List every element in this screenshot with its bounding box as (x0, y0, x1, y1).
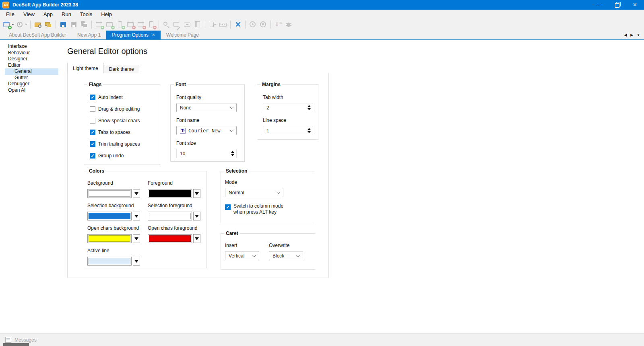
tree-item-behaviour[interactable]: Behaviour (5, 50, 58, 56)
tree-item-interface[interactable]: Interface (5, 43, 58, 50)
color-dropdown-button[interactable] (193, 189, 200, 198)
run-app-button[interactable] (248, 19, 258, 30)
remove-window-button[interactable]: − (125, 19, 136, 30)
font-quality-select[interactable]: None (176, 103, 237, 112)
caret-insert-field: Insert Vertical (225, 243, 259, 269)
tab-scroll-left-button[interactable]: ◀ (624, 33, 627, 37)
tab-welcome-page[interactable]: Welcome Page (161, 31, 204, 39)
checkbox-unchecked-icon[interactable] (90, 118, 95, 124)
toolbar-separator (30, 21, 31, 29)
color-swatch[interactable] (87, 212, 132, 220)
new-app-button[interactable]: + (2, 19, 15, 30)
clock-icon (16, 21, 24, 29)
color-swatch[interactable] (87, 189, 132, 198)
spin-down-icon[interactable] (308, 131, 311, 133)
menu-view[interactable]: View (19, 10, 39, 18)
color-swatch[interactable] (87, 257, 132, 266)
tree-item-designer[interactable]: Designer (5, 56, 58, 62)
tree-item-gutter[interactable]: Gutter (5, 75, 58, 81)
color-swatch[interactable] (87, 234, 132, 243)
search-button[interactable] (161, 19, 171, 30)
color-swatch-fill (149, 190, 191, 197)
selection-mode-select[interactable]: Normal (225, 188, 283, 197)
menu-run[interactable]: Run (57, 10, 76, 18)
spin-up-icon[interactable] (308, 128, 311, 130)
tab-list-button[interactable]: ▼ (637, 33, 640, 37)
tree-item-editor[interactable]: Editor (5, 62, 58, 69)
edit-form-button[interactable] (171, 19, 182, 30)
color-swatch[interactable] (148, 189, 192, 198)
color-swatch[interactable] (148, 234, 192, 243)
debug-app-button[interactable] (283, 19, 294, 30)
checkbox-unchecked-icon[interactable] (90, 106, 95, 112)
color-swatch-fill (149, 213, 191, 219)
spin-up-icon[interactable] (231, 151, 234, 153)
checkbox-checked-icon[interactable]: ✓ (90, 130, 95, 135)
checkbox-checked-icon[interactable]: ✓ (90, 141, 95, 147)
checkbox-checked-icon[interactable]: ✓ (90, 95, 95, 100)
stop-app-button[interactable] (258, 19, 268, 30)
compile-app-button[interactable] (273, 19, 283, 30)
spin-down-icon[interactable] (308, 108, 311, 110)
menu-help[interactable]: Help (97, 10, 116, 18)
line-space-value: 1 (266, 128, 269, 134)
archive-button[interactable] (182, 19, 192, 30)
spin-down-icon[interactable] (231, 154, 234, 156)
tab-width-input[interactable]: 2 (263, 103, 313, 112)
color-field-label: Active line (87, 248, 148, 253)
help-book-button[interactable] (192, 19, 203, 30)
menu-app[interactable]: App (39, 10, 57, 18)
export-icon (208, 21, 217, 29)
color-dropdown-button[interactable] (193, 234, 200, 243)
color-swatch[interactable] (148, 212, 192, 220)
tab-dark-theme[interactable]: Dark theme (104, 65, 139, 73)
close-button[interactable]: × (626, 0, 644, 10)
spin-up-icon[interactable] (308, 105, 311, 107)
recent-apps-button[interactable] (15, 19, 28, 30)
keyboard-shortcuts-button[interactable] (218, 19, 228, 30)
caret-overwrite-select[interactable]: Block (269, 251, 303, 260)
minimize-button[interactable] (590, 0, 608, 10)
save-all-files-button[interactable] (79, 19, 89, 30)
menu-file[interactable]: File (2, 10, 19, 18)
tree-item-general[interactable]: General (5, 68, 58, 75)
remove-file-button[interactable]: − (146, 19, 157, 30)
color-dropdown-button[interactable] (133, 234, 140, 243)
add-file-button[interactable]: + (115, 19, 125, 30)
tab-about-decsoft-app-builder[interactable]: About DecSoft App Builder (3, 31, 72, 39)
caret-insert-select[interactable]: Vertical (225, 251, 259, 260)
restore-button[interactable] (608, 0, 626, 10)
checkbox-checked-icon[interactable]: ✓ (225, 204, 231, 210)
tab-program-options[interactable]: Program Options× (106, 31, 161, 39)
messages-tab-label[interactable]: Messages (14, 337, 37, 343)
add-window-button[interactable]: + (94, 19, 104, 30)
save-file-button[interactable] (58, 19, 68, 30)
tab-new-app-1[interactable]: New App 1 (72, 31, 106, 39)
menu-tools[interactable]: Tools (76, 10, 97, 18)
tab-scroll-right-button[interactable]: ▶ (630, 33, 633, 37)
tree-item-open-ai[interactable]: Open AI (5, 87, 58, 94)
color-dropdown-button[interactable] (133, 189, 140, 198)
color-dropdown-button[interactable] (133, 212, 140, 220)
remove-dialog-button[interactable]: − (136, 19, 146, 30)
export-app-button[interactable] (207, 19, 218, 30)
tab-light-theme[interactable]: Light theme (67, 63, 104, 73)
line-space-input[interactable]: 1 (263, 126, 313, 135)
tree-item-debugger[interactable]: Debugger (5, 81, 58, 87)
open-app-folder-button[interactable] (43, 19, 54, 30)
spinner-buttons (308, 105, 313, 110)
open-app-button[interactable] (33, 19, 43, 30)
horizontal-scrollbar-thumb[interactable] (3, 343, 29, 346)
tab-close-icon[interactable]: × (152, 33, 155, 37)
drawer-icon (183, 21, 191, 29)
checkbox-checked-icon[interactable]: ✓ (90, 153, 95, 159)
program-options-button[interactable] (233, 19, 243, 30)
color-dropdown-button[interactable] (133, 257, 140, 266)
plus-badge-icon: + (8, 26, 12, 29)
dropdown-arrow-icon (195, 192, 199, 195)
add-dialog-button[interactable]: + (104, 19, 115, 30)
color-dropdown-button[interactable] (193, 212, 200, 220)
font-name-select[interactable]: Courier New (176, 126, 237, 135)
save-file-as-button[interactable] (68, 19, 79, 30)
font-size-input[interactable]: 10 (176, 149, 237, 158)
